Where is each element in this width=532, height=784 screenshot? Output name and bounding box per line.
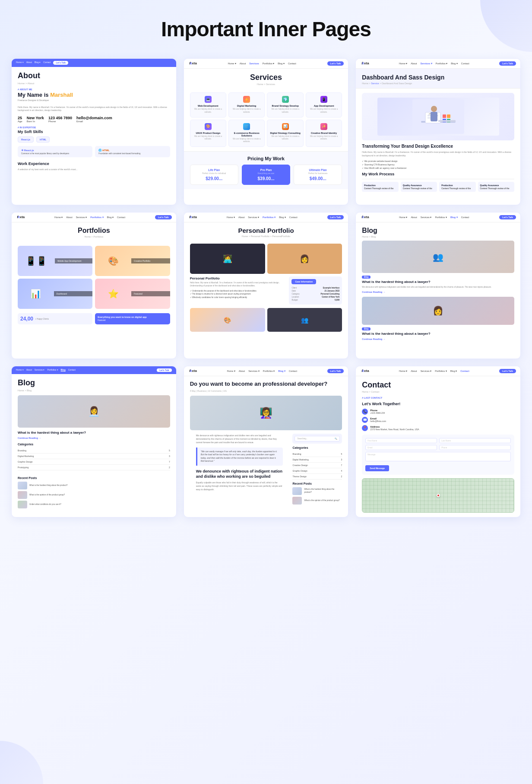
nav-about-d[interactable]: About: [411, 62, 417, 65]
cat-graphic[interactable]: Graphic Design 7: [18, 459, 170, 465]
nav-blog-d[interactable]: Blog ▾: [451, 62, 458, 65]
bd-portfolio[interactable]: Portfolios ▾: [263, 370, 275, 372]
pp-cta[interactable]: Let's Talk: [327, 215, 344, 219]
br-about[interactable]: About: [411, 216, 417, 219]
first-name-input[interactable]: First Name: [365, 438, 437, 443]
nav-home-d[interactable]: Home ▾: [399, 62, 407, 65]
ct-services[interactable]: Services ▾: [421, 370, 432, 372]
search-input-bd[interactable]: Searching... 🔍: [294, 436, 340, 441]
bd-cat-theme[interactable]: Theme Design 2: [292, 474, 342, 479]
bd-cat-creative[interactable]: Creative Design 7: [292, 463, 342, 468]
ct-blog[interactable]: Blog ▾: [450, 370, 457, 372]
message-textarea[interactable]: Message: [365, 452, 511, 461]
recent-text-3: Under what conditions do you use it?: [29, 503, 61, 506]
contact-nav-links: Home ▾ About Services ▾ Portfolios ▾ Blo…: [399, 370, 469, 372]
bl-blog-active[interactable]: Blog: [61, 368, 66, 372]
blog-read-more-1[interactable]: Continue Reading →: [356, 291, 520, 297]
case-info-btn[interactable]: Case Information: [291, 279, 316, 284]
nav-portfolio-d[interactable]: Portfolios ▾: [436, 62, 447, 65]
bd-cta[interactable]: Let's Talk: [327, 369, 344, 373]
bl-portfolio[interactable]: Portfolios ▾: [47, 368, 58, 372]
bl-services[interactable]: Services ▾: [35, 368, 45, 372]
portfolio-creative[interactable]: 🎨 Creative Portfolio: [95, 246, 170, 276]
bd-recent-2[interactable]: What is the opinion of the product group…: [292, 497, 342, 505]
nav-link[interactable]: Contact: [43, 61, 51, 65]
bd-cat-graphic[interactable]: Graphic Design 4: [292, 468, 342, 474]
portfolio-dashboard[interactable]: 📊 Dashboard: [18, 279, 92, 309]
nav-services-active[interactable]: Services: [249, 62, 259, 65]
bl-contact[interactable]: Contact: [68, 368, 76, 372]
pf-contact[interactable]: Contact: [117, 216, 125, 219]
blog-read-more-2[interactable]: Continue Reading →: [356, 338, 520, 344]
cat-prototyping[interactable]: Prototyping 2: [18, 465, 170, 470]
blog-detail-meta: 4 May | Business | 22 Comments | 141: [184, 390, 348, 396]
bd-about[interactable]: About: [239, 370, 245, 372]
cat-digital-mkt[interactable]: Digital Marketing 3: [18, 454, 170, 459]
ct-about[interactable]: About: [411, 370, 417, 372]
services-breadcrumb: Home > Services: [184, 83, 348, 88]
pp-services[interactable]: Services ▾: [248, 216, 259, 219]
bd-recent-1[interactable]: What is the hardest thing about the prod…: [292, 487, 342, 495]
nav-home[interactable]: Home ▾: [228, 62, 236, 65]
pf-cta[interactable]: Let's Talk: [155, 215, 172, 219]
email-input[interactable]: Email: [365, 445, 437, 450]
service-digital-mkt: ⚡ Digital Marketing We are helping clien…: [228, 92, 265, 117]
pf-home[interactable]: Home ▾: [54, 216, 63, 219]
nav-cta[interactable]: Let's Talk: [53, 61, 68, 65]
pf-portfolios-active[interactable]: Portfolios ▾: [90, 216, 103, 219]
pp-portfolios[interactable]: Portfolios ▾: [263, 216, 276, 219]
bd-services[interactable]: Services ▾: [248, 370, 260, 372]
bl-home[interactable]: Home ▾: [16, 368, 24, 372]
br-services[interactable]: Services ▾: [421, 216, 432, 219]
br-portfolio[interactable]: Portfolios ▾: [435, 216, 446, 219]
portfolio-mobile-app[interactable]: 📱📱 Mobile App Development: [18, 246, 92, 276]
nav-portfolio[interactable]: Portfolios ▾: [263, 62, 274, 65]
br-home[interactable]: Home ▾: [399, 216, 407, 219]
blog-tag-2: Blog: [362, 327, 370, 330]
phone-input[interactable]: Phone: [439, 445, 511, 450]
recent-post-3[interactable]: Under what conditions do you use it?: [18, 501, 170, 508]
recent-post-2[interactable]: What is the opinion of the product group…: [18, 491, 170, 499]
ct-cta[interactable]: Let's Talk: [499, 369, 516, 373]
nav-about[interactable]: About: [240, 62, 246, 65]
nav-link[interactable]: Blog ▾: [35, 61, 41, 65]
pf-services[interactable]: Services ▾: [76, 216, 87, 219]
bd-contact[interactable]: Contact: [289, 370, 297, 372]
br-blog-active[interactable]: Blog ▾: [450, 216, 458, 219]
ct-contact-active[interactable]: Contact: [460, 370, 469, 372]
pf-blog[interactable]: Blog ▾: [107, 216, 114, 219]
nav-blog[interactable]: Blog ▾: [278, 62, 285, 65]
ct-home[interactable]: Home ▾: [399, 370, 407, 372]
ct-portfolio[interactable]: Portfolios ▾: [435, 370, 446, 372]
search-box[interactable]: Searching... 🔍: [292, 434, 342, 444]
pp-about[interactable]: About: [238, 216, 244, 219]
bd-cat-branding[interactable]: Branding 5: [292, 451, 342, 457]
nav-contact[interactable]: Contact: [288, 62, 296, 65]
nav-cta-btn[interactable]: Let's Talk: [327, 61, 344, 66]
portfolio-featured[interactable]: ⭐ Featured: [95, 279, 170, 309]
bd-nav-links: Home ▾ About Services ▾ Portfolios ▾ Blo…: [227, 370, 297, 372]
nav-cta-dash[interactable]: Let's Talk: [499, 61, 516, 66]
submit-button[interactable]: Send Message: [365, 465, 389, 471]
nav-link[interactable]: About: [26, 61, 32, 65]
br-contact[interactable]: Contact: [461, 216, 469, 219]
pp-home[interactable]: Home ▾: [227, 216, 235, 219]
pp-contact[interactable]: Contact: [289, 216, 298, 219]
bd-cat-digital[interactable]: Digital Marketing 3: [292, 457, 342, 463]
br-cta[interactable]: Let's Talk: [499, 215, 516, 219]
bd-blog-active[interactable]: Blog ▾: [278, 370, 285, 372]
about-breadcrumb: Home > About: [12, 82, 176, 88]
pp-blog[interactable]: Blog ▾: [279, 216, 286, 219]
recent-post-1[interactable]: What is the hardest thing about the prod…: [18, 482, 170, 489]
pf-about[interactable]: About: [66, 216, 72, 219]
nav-link[interactable]: Home ▾: [16, 61, 24, 65]
cat-branding[interactable]: Branding 5: [18, 448, 170, 454]
bl-cta[interactable]: Let's Talk: [157, 368, 172, 372]
nav-services-d[interactable]: Services ▾: [421, 62, 432, 65]
last-name-input[interactable]: Last Name: [439, 438, 511, 443]
nav-contact-d[interactable]: Contact: [461, 62, 469, 65]
blog-left-read-more[interactable]: Continue Reading →: [12, 437, 176, 443]
bl-about[interactable]: About: [26, 368, 32, 372]
services-hero: Services Home > Services: [184, 69, 348, 88]
bd-home[interactable]: Home ▾: [227, 370, 235, 372]
